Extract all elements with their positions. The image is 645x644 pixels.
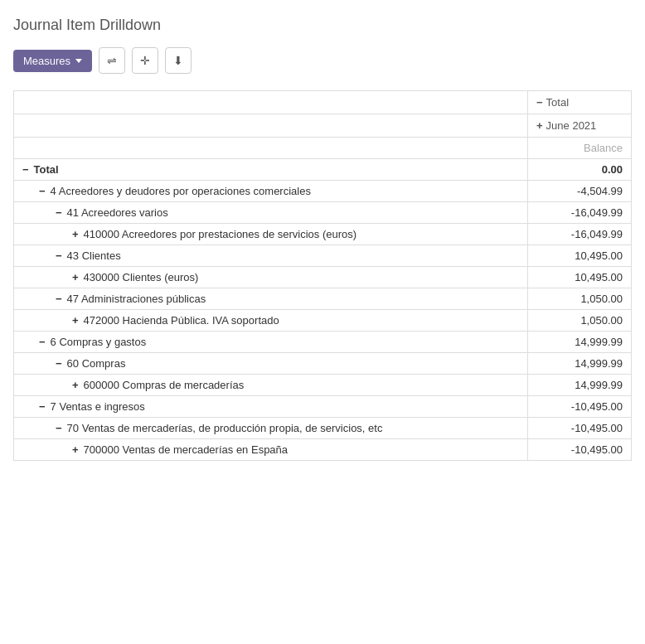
download-icon: ⬇: [173, 54, 183, 67]
col-header-row-2: + June 2021: [14, 114, 632, 138]
row-value-cell: -4,504.99: [528, 181, 632, 202]
row-label-text: 600000 Compras de mercaderías: [84, 379, 245, 391]
minus-expand-icon[interactable]: −: [56, 422, 62, 434]
row-label-cell: −70 Ventas de mercaderías, de producción…: [14, 418, 528, 439]
table-row[interactable]: −47 Administraciones públicas1,050.00: [14, 288, 632, 310]
minus-expand-icon[interactable]: −: [39, 400, 46, 413]
table-row[interactable]: +600000 Compras de mercaderías14,999.99: [14, 375, 632, 396]
row-label-text: 47 Administraciones públicas: [67, 293, 206, 305]
table-body: −Total0.00−4 Acreedores y deudores por o…: [14, 159, 632, 461]
row-value-cell: -10,495.00: [528, 396, 632, 418]
download-icon-button[interactable]: ⬇: [165, 47, 192, 74]
table-row[interactable]: −6 Compras y gastos14,999.99: [14, 332, 632, 353]
table-row[interactable]: +472000 Hacienda Pública. IVA soportado1…: [14, 310, 632, 332]
row-label-cell: −47 Administraciones públicas: [14, 288, 528, 310]
minus-expand-icon[interactable]: −: [39, 336, 46, 348]
col-header-row-1: − Total: [14, 91, 632, 114]
row-label-text: 472000 Hacienda Pública. IVA soportado: [84, 314, 279, 327]
table-row[interactable]: +430000 Clientes (euros)10,495.00: [14, 267, 632, 288]
table-row[interactable]: +700000 Ventas de mercaderías en España-…: [14, 439, 632, 461]
june-plus-icon: +: [536, 119, 543, 132]
swap-icon: ⇌: [107, 54, 117, 67]
row-value-cell: 14,999.99: [528, 375, 632, 396]
row-value-cell: 10,495.00: [528, 267, 632, 288]
page-title: Journal Item Drilldown: [13, 17, 632, 34]
row-label-text: 430000 Clientes (euros): [84, 271, 199, 283]
row-label-cell: +410000 Acreedores por prestaciones de s…: [14, 224, 528, 245]
row-label-cell: +700000 Ventas de mercaderías en España: [14, 439, 528, 461]
minus-expand-icon[interactable]: −: [56, 206, 62, 219]
minus-expand-icon[interactable]: −: [56, 249, 62, 262]
row-label-cell: +472000 Hacienda Pública. IVA soportado: [14, 310, 528, 332]
row-value-cell: -16,049.99: [528, 202, 632, 224]
row-label-cell: −6 Compras y gastos: [14, 332, 528, 353]
plus-expand-icon[interactable]: +: [72, 443, 79, 456]
row-label-text: 4 Acreedores y deudores por operaciones …: [51, 185, 311, 197]
swap-icon-button[interactable]: ⇌: [99, 47, 125, 74]
row-label-text: 7 Ventas e ingresos: [51, 400, 145, 413]
row-header-empty: [14, 91, 528, 114]
row-value-cell: -10,495.00: [528, 439, 632, 461]
row-label-text: Total: [34, 163, 59, 176]
pivot-table: − Total + June 2021 Balance −: [13, 90, 632, 461]
row-value-cell: 1,050.00: [528, 288, 632, 310]
row-value-cell: -16,049.99: [528, 224, 632, 245]
row-value-cell: 14,999.99: [528, 353, 632, 375]
table-row[interactable]: −4 Acreedores y deudores por operaciones…: [14, 181, 632, 202]
row-label-text: 41 Acreedores varios: [67, 206, 168, 219]
page-container: Journal Item Drilldown Measures ⇌ ✛ ⬇ − …: [0, 0, 645, 474]
row-label-cell: −43 Clientes: [14, 245, 528, 267]
total-minus-icon: −: [536, 96, 543, 109]
row-label-cell: +600000 Compras de mercaderías: [14, 375, 528, 396]
measures-button[interactable]: Measures: [13, 50, 92, 72]
row-label-text: 43 Clientes: [67, 249, 121, 262]
row-value-cell: 0.00: [528, 159, 632, 181]
balance-col-label: Balance: [528, 138, 632, 159]
row-label-cell: −4 Acreedores y deudores por operaciones…: [14, 181, 528, 202]
june-label: June 2021: [546, 119, 597, 132]
toolbar: Measures ⇌ ✛ ⬇: [13, 47, 632, 74]
row-label-text: 70 Ventas de mercaderías, de producción …: [67, 422, 383, 434]
row-label-cell: −60 Compras: [14, 353, 528, 375]
row-value-cell: 10,495.00: [528, 245, 632, 267]
total-label: Total: [546, 96, 569, 109]
plus-expand-icon[interactable]: +: [72, 271, 79, 283]
row-label-text: 700000 Ventas de mercaderías en España: [84, 443, 288, 456]
row-label-empty: [14, 138, 528, 159]
table-row[interactable]: −70 Ventas de mercaderías, de producción…: [14, 418, 632, 439]
row-label-text: 6 Compras y gastos: [51, 336, 147, 348]
expand-icon-button[interactable]: ✛: [132, 47, 158, 74]
measures-caret-icon: [75, 59, 82, 63]
row-label-cell: +430000 Clientes (euros): [14, 267, 528, 288]
expand-icon: ✛: [140, 54, 150, 67]
minus-expand-icon[interactable]: −: [56, 293, 62, 305]
june-col-header[interactable]: + June 2021: [528, 114, 632, 138]
col-label-row: Balance: [14, 138, 632, 159]
row-value-cell: 14,999.99: [528, 332, 632, 353]
minus-expand-icon[interactable]: −: [22, 163, 29, 176]
total-col-header[interactable]: − Total: [528, 91, 632, 114]
table-row[interactable]: −Total0.00: [14, 159, 632, 181]
row-label-cell: −7 Ventas e ingresos: [14, 396, 528, 418]
minus-expand-icon[interactable]: −: [56, 357, 62, 370]
row-label-cell: −41 Acreedores varios: [14, 202, 528, 224]
minus-expand-icon[interactable]: −: [39, 185, 46, 197]
row-label-text: 410000 Acreedores por prestaciones de se…: [84, 228, 357, 240]
row-label-text: 60 Compras: [67, 357, 126, 370]
table-row[interactable]: −43 Clientes10,495.00: [14, 245, 632, 267]
measures-label: Measures: [23, 55, 70, 67]
plus-expand-icon[interactable]: +: [72, 379, 79, 391]
table-row[interactable]: −41 Acreedores varios-16,049.99: [14, 202, 632, 224]
row-value-cell: -10,495.00: [528, 418, 632, 439]
row-label-cell: −Total: [14, 159, 528, 181]
row-value-cell: 1,050.00: [528, 310, 632, 332]
row-header-empty-2: [14, 114, 528, 138]
plus-expand-icon[interactable]: +: [72, 228, 79, 240]
plus-expand-icon[interactable]: +: [72, 314, 79, 327]
table-row[interactable]: +410000 Acreedores por prestaciones de s…: [14, 224, 632, 245]
table-row[interactable]: −60 Compras14,999.99: [14, 353, 632, 375]
table-row[interactable]: −7 Ventas e ingresos-10,495.00: [14, 396, 632, 418]
